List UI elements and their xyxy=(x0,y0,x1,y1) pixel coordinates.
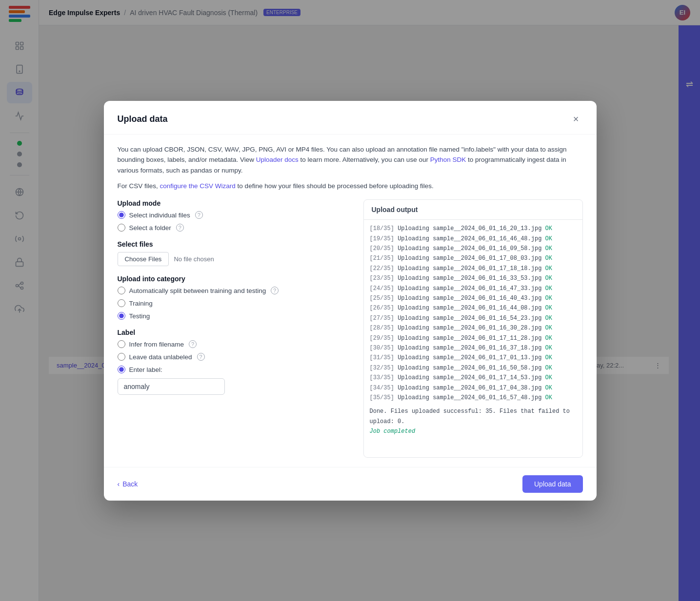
log-line: [33/35] Uploading sample__2024_06_01_17_… xyxy=(370,373,577,383)
modal: Upload data × You can upload CBOR, JSON,… xyxy=(104,101,597,501)
log-line: [25/35] Uploading sample__2024_06_01_16_… xyxy=(370,293,577,303)
upload-mode-radio-group: Select individual files ? Select a folde… xyxy=(118,211,350,232)
left-col: Upload mode Select individual files ? Se… xyxy=(118,199,354,458)
upload-mode-folder-label: Select a folder xyxy=(129,224,171,232)
no-file-text: No file chosen xyxy=(174,255,214,263)
back-btn-label: Back xyxy=(122,480,138,488)
label-title: Label xyxy=(118,329,350,336)
upload-data-btn[interactable]: Upload data xyxy=(522,475,583,493)
log-job-completed: Job completed xyxy=(370,427,577,436)
modal-description: You can upload CBOR, JSON, CSV, WAV, JPG… xyxy=(118,144,583,176)
log-line: [30/35] Uploading sample__2024_06_01_16_… xyxy=(370,343,577,353)
upload-mode-individual-label: Select individual files xyxy=(129,212,190,219)
upload-category-title: Upload into category xyxy=(118,275,350,283)
label-section: Label Infer from filename ? Leave data u… xyxy=(118,329,350,395)
label-enter-radio[interactable] xyxy=(118,366,125,373)
log-line: [26/35] Uploading sample__2024_06_01_16_… xyxy=(370,303,577,313)
label-infer-radio[interactable] xyxy=(118,340,125,348)
log-line: [21/35] Uploading sample__2024_06_01_17_… xyxy=(370,253,577,263)
log-line: [27/35] Uploading sample__2024_06_01_16_… xyxy=(370,313,577,323)
log-line: [19/35] Uploading sample__2024_06_01_16_… xyxy=(370,234,577,244)
python-sdk-link[interactable]: Python SDK xyxy=(430,156,466,163)
upload-mode-title: Upload mode xyxy=(118,199,350,207)
label-enter-option[interactable]: Enter label: xyxy=(118,366,350,373)
log-line: [34/35] Uploading sample__2024_06_01_17_… xyxy=(370,383,577,393)
upload-mode-individual-help[interactable]: ? xyxy=(195,211,203,219)
choose-files-btn[interactable]: Choose Files xyxy=(118,252,169,266)
label-unlabeled-option[interactable]: Leave data unlabeled ? xyxy=(118,353,350,361)
upload-mode-folder-help[interactable]: ? xyxy=(176,224,184,232)
category-training-option[interactable]: Training xyxy=(118,299,350,307)
log-line: [28/35] Uploading sample__2024_06_01_16_… xyxy=(370,323,577,333)
modal-close-btn[interactable]: × xyxy=(569,113,583,126)
label-unlabeled-radio[interactable] xyxy=(118,353,125,361)
category-testing-option[interactable]: Testing xyxy=(118,312,350,320)
upload-mode-section: Upload mode Select individual files ? Se… xyxy=(118,199,350,232)
back-chevron-icon: ‹ xyxy=(118,480,120,488)
label-unlabeled-help[interactable]: ? xyxy=(197,353,205,361)
select-files-section: Select files Choose Files No file chosen xyxy=(118,240,350,266)
label-infer-label: Infer from filename xyxy=(129,341,184,348)
label-input-field[interactable] xyxy=(118,378,225,395)
label-radio-group: Infer from filename ? Leave data unlabel… xyxy=(118,340,350,395)
upload-mode-individual-radio[interactable] xyxy=(118,211,125,219)
label-infer-help[interactable]: ? xyxy=(189,340,197,348)
log-line: [24/35] Uploading sample__2024_06_01_16_… xyxy=(370,284,577,293)
label-enter-label: Enter label: xyxy=(129,366,162,373)
log-line: [35/35] Uploading sample__2024_06_01_16_… xyxy=(370,393,577,403)
log-line: [22/35] Uploading sample__2024_06_01_17_… xyxy=(370,264,577,273)
select-files-title: Select files xyxy=(118,240,350,248)
modal-header: Upload data × xyxy=(104,101,597,135)
category-auto-label: Automatically split between training and… xyxy=(129,287,266,294)
csv-wizard-link[interactable]: configure the CSV Wizard xyxy=(160,182,236,190)
modal-footer: ‹ Back Upload data xyxy=(104,467,597,501)
label-infer-option[interactable]: Infer from filename ? xyxy=(118,340,350,348)
upload-mode-individual-option[interactable]: Select individual files ? xyxy=(118,211,350,219)
log-line: [23/35] Uploading sample__2024_06_01_16_… xyxy=(370,273,577,283)
log-line: [20/35] Uploading sample__2024_06_01_16_… xyxy=(370,244,577,253)
category-training-label: Training xyxy=(129,300,153,307)
csv-note: For CSV files, configure the CSV Wizard … xyxy=(118,182,583,190)
modal-columns: Upload mode Select individual files ? Se… xyxy=(118,199,583,458)
upload-mode-folder-option[interactable]: Select a folder ? xyxy=(118,224,350,232)
label-unlabeled-label: Leave data unlabeled xyxy=(129,353,192,361)
upload-output-log: [18/35] Uploading sample__2024_06_01_16_… xyxy=(364,220,582,457)
category-testing-label: Testing xyxy=(129,312,150,320)
log-line: [31/35] Uploading sample__2024_06_01_17_… xyxy=(370,353,577,363)
log-line: [18/35] Uploading sample__2024_06_01_16_… xyxy=(370,224,577,233)
log-line: [29/35] Uploading sample__2024_06_01_17_… xyxy=(370,333,577,343)
uploader-docs-link[interactable]: Uploader docs xyxy=(256,156,299,163)
log-done-message: Done. Files uploaded successful: 35. Fil… xyxy=(370,407,577,427)
back-btn[interactable]: ‹ Back xyxy=(118,480,138,488)
upload-category-radio-group: Automatically split between training and… xyxy=(118,287,350,320)
choose-files-area: Choose Files No file chosen xyxy=(118,252,350,266)
modal-title: Upload data xyxy=(118,114,168,124)
modal-body: You can upload CBOR, JSON, CSV, WAV, JPG… xyxy=(104,135,597,467)
category-auto-help[interactable]: ? xyxy=(271,287,279,294)
category-training-radio[interactable] xyxy=(118,299,125,307)
category-testing-radio[interactable] xyxy=(118,312,125,320)
upload-output-title: Upload output xyxy=(364,200,582,220)
upload-output-panel: Upload output [18/35] Uploading sample__… xyxy=(363,199,583,458)
upload-category-section: Upload into category Automatically split… xyxy=(118,275,350,320)
modal-overlay: Upload data × You can upload CBOR, JSON,… xyxy=(0,0,700,601)
upload-mode-folder-radio[interactable] xyxy=(118,224,125,232)
log-line: [32/35] Uploading sample__2024_06_01_16_… xyxy=(370,363,577,373)
category-auto-option[interactable]: Automatically split between training and… xyxy=(118,287,350,294)
category-auto-radio[interactable] xyxy=(118,287,125,294)
